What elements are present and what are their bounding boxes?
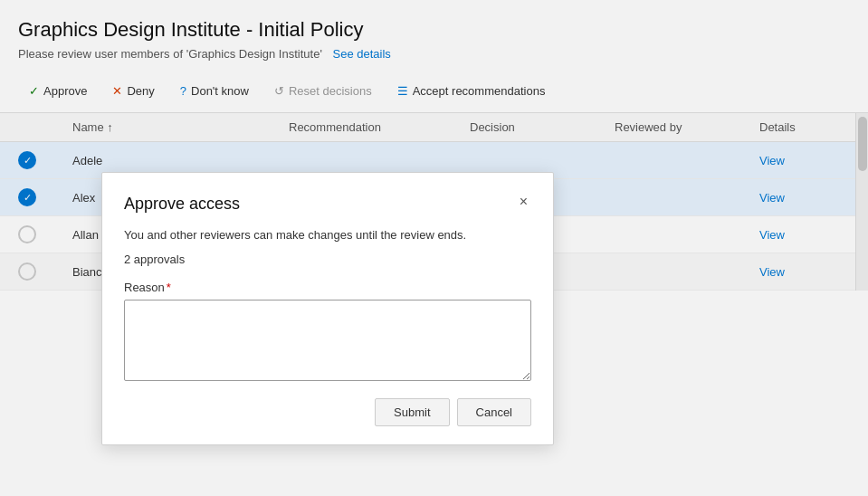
modal-approvals: 2 approvals: [124, 253, 531, 266]
modal-title: Approve access: [124, 195, 240, 214]
reason-textarea[interactable]: [124, 300, 531, 381]
cancel-button[interactable]: Cancel: [457, 398, 531, 426]
modal-dialog: Approve access × You and other reviewers…: [101, 172, 554, 445]
modal-close-button[interactable]: ×: [516, 195, 531, 209]
modal-header: Approve access ×: [124, 195, 531, 214]
submit-button[interactable]: Submit: [375, 398, 449, 426]
modal-body-text: You and other reviewers can make changes…: [124, 228, 531, 242]
required-star: *: [167, 281, 171, 294]
reason-label: Reason *: [124, 281, 531, 294]
modal-footer: Submit Cancel: [124, 398, 531, 426]
reason-label-text: Reason: [124, 281, 165, 294]
page-container: Graphics Design Institute - Initial Poli…: [0, 0, 868, 496]
